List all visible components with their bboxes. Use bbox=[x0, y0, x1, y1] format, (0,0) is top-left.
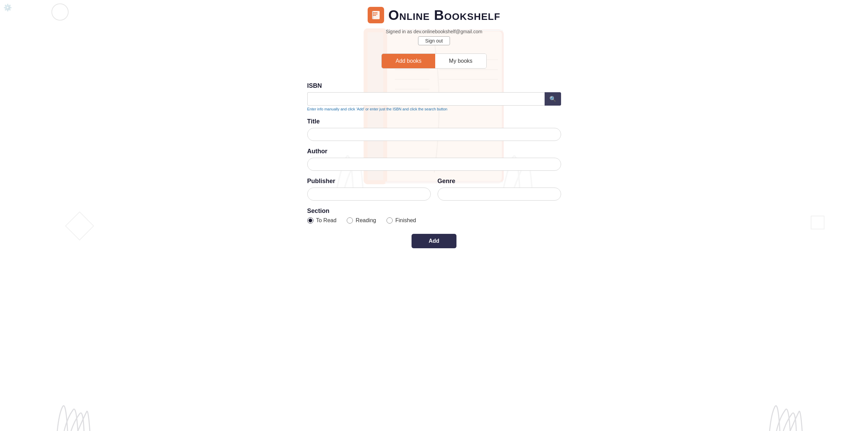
svg-rect-12 bbox=[373, 12, 378, 13]
isbn-label: ISBN bbox=[307, 82, 561, 89]
tab-navigation: Add books My books bbox=[381, 53, 486, 69]
isbn-search-button[interactable]: 🔍 bbox=[545, 92, 561, 106]
tab-my-books[interactable]: My books bbox=[435, 54, 486, 68]
author-group: Author bbox=[307, 148, 561, 171]
genre-group: Genre bbox=[438, 178, 561, 201]
radio-to-read[interactable]: To Read bbox=[307, 217, 337, 224]
isbn-hint: Enter info manually and click 'Add' or e… bbox=[307, 107, 561, 111]
tab-add-books[interactable]: Add books bbox=[382, 54, 435, 68]
add-book-form: ISBN 🔍 Enter info manually and click 'Ad… bbox=[307, 82, 561, 248]
radio-reading[interactable]: Reading bbox=[347, 217, 376, 224]
isbn-input[interactable] bbox=[307, 92, 545, 106]
radio-to-read-input[interactable] bbox=[307, 217, 313, 224]
radio-finished-label: Finished bbox=[395, 217, 416, 224]
genre-input[interactable] bbox=[438, 188, 561, 201]
title-group: Title bbox=[307, 118, 561, 141]
title-input[interactable] bbox=[307, 128, 561, 141]
author-input[interactable] bbox=[307, 158, 561, 171]
radio-finished-input[interactable] bbox=[387, 217, 393, 224]
radio-reading-input[interactable] bbox=[347, 217, 353, 224]
search-icon: 🔍 bbox=[549, 96, 556, 102]
logo-icon bbox=[368, 7, 384, 23]
signed-in-text: Signed in as dev.onlinebookshelf@gmail.c… bbox=[386, 29, 483, 34]
add-button[interactable]: Add bbox=[412, 234, 456, 248]
auth-section: Signed in as dev.onlinebookshelf@gmail.c… bbox=[386, 29, 483, 45]
publisher-label: Publisher bbox=[307, 178, 431, 185]
svg-rect-13 bbox=[373, 14, 378, 14]
radio-reading-label: Reading bbox=[356, 217, 376, 224]
sign-out-button[interactable]: Sign out bbox=[418, 36, 450, 45]
genre-label: Genre bbox=[438, 178, 561, 185]
publisher-group: Publisher bbox=[307, 178, 431, 201]
svg-rect-15 bbox=[372, 11, 373, 19]
grass-left-decoration bbox=[44, 380, 112, 431]
author-label: Author bbox=[307, 148, 561, 155]
radio-to-read-label: To Read bbox=[316, 217, 337, 224]
main-content: Online Bookshelf Signed in as dev.online… bbox=[0, 0, 868, 276]
section-group: Section To Read Reading Finished bbox=[307, 207, 561, 224]
publisher-genre-row: Publisher Genre bbox=[307, 178, 561, 201]
site-title: Online Bookshelf bbox=[388, 8, 500, 23]
publisher-input[interactable] bbox=[307, 188, 431, 201]
title-label: Title bbox=[307, 118, 561, 125]
isbn-row: 🔍 bbox=[307, 92, 561, 106]
radio-finished[interactable]: Finished bbox=[387, 217, 416, 224]
site-header: Online Bookshelf bbox=[368, 7, 500, 23]
book-icon bbox=[371, 10, 381, 20]
isbn-group: ISBN 🔍 Enter info manually and click 'Ad… bbox=[307, 82, 561, 111]
section-radio-group: To Read Reading Finished bbox=[307, 217, 561, 224]
grass-right-decoration bbox=[756, 380, 824, 431]
section-label: Section bbox=[307, 207, 561, 215]
